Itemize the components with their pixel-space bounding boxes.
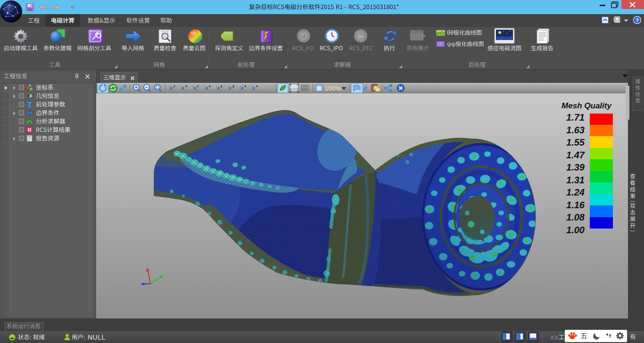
svg-text:z: z bbox=[206, 86, 208, 90]
svg-text:x: x bbox=[185, 84, 187, 88]
svg-text:z: z bbox=[230, 86, 231, 90]
svg-text:y: y bbox=[232, 84, 234, 88]
svg-text:100%: 100% bbox=[325, 85, 341, 92]
svg-text:x: x bbox=[171, 86, 173, 90]
svg-text:?: ? bbox=[636, 17, 639, 23]
svg-text:y: y bbox=[221, 84, 223, 88]
svg-text:z: z bbox=[182, 86, 184, 90]
svg-text:z: z bbox=[218, 86, 220, 90]
svg-text:z: z bbox=[253, 86, 255, 90]
svg-text:z: z bbox=[241, 86, 243, 90]
svg-text:x: x bbox=[244, 84, 246, 88]
svg-text:x: x bbox=[194, 86, 196, 90]
svg-text:x: x bbox=[256, 84, 258, 88]
svg-text:z: z bbox=[173, 84, 175, 88]
svg-text:x: x bbox=[209, 84, 211, 88]
svg-text:z: z bbox=[197, 84, 199, 88]
